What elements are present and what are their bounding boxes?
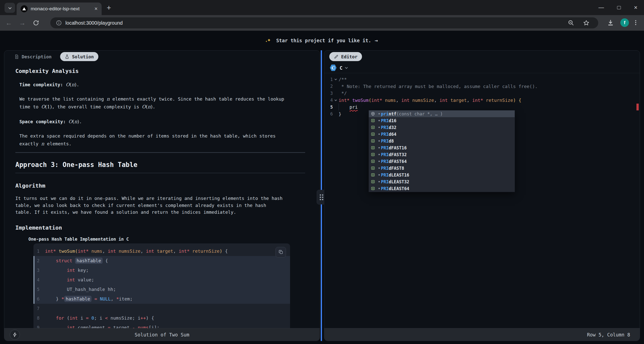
code-text: */: [339, 91, 347, 96]
tab-description[interactable]: Description: [14, 54, 52, 59]
line-number: 9: [33, 325, 45, 328]
reload-icon: [33, 20, 39, 26]
document-icon: [14, 54, 19, 59]
downloads-button[interactable]: [607, 19, 614, 27]
code-text: UT_hash_handle hh;: [45, 287, 116, 292]
avatar-letter: f: [620, 18, 629, 27]
code-text: pri: [339, 104, 358, 110]
section-divider: [15, 152, 305, 153]
auto-include-bullet: •: [378, 132, 380, 137]
symbol-text-icon: [371, 173, 375, 177]
code-line: 4 int value;: [33, 275, 290, 285]
url-text[interactable]: localhost:3000/playground: [65, 20, 568, 26]
code-text: struct hashTable {: [45, 258, 108, 263]
suggestion-label: dLEAST32: [389, 179, 409, 184]
suggestion-item[interactable]: •PRIdFAST16: [369, 144, 515, 151]
back-button[interactable]: ←: [5, 19, 13, 27]
line-number: 4: [324, 98, 333, 103]
maximize-button[interactable]: [617, 6, 621, 9]
address-bar[interactable]: localhost:3000/playground: [50, 17, 598, 28]
tab-close-icon[interactable]: ×: [94, 6, 98, 12]
code-line: 7: [33, 304, 290, 313]
new-tab-button[interactable]: +: [107, 4, 111, 12]
symbol-function-cube-icon: [371, 112, 375, 116]
suggestion-item[interactable]: •PRId8: [369, 138, 515, 144]
code-text: int* twoSum(int* nums, int numsSize, int…: [339, 98, 521, 103]
suggestion-match: PRI: [381, 118, 389, 123]
line-number: 1: [33, 249, 45, 254]
tab-editor[interactable]: Editor: [329, 52, 362, 61]
algorithm-paragraph: It turns out we can do it in one-pass. W…: [15, 195, 283, 216]
suggestion-match: PRI: [381, 166, 389, 171]
minimize-button[interactable]: —: [598, 4, 604, 11]
code-text: int* twoSum(int* nums, int numsSize, int…: [45, 248, 228, 254]
suggestion-item[interactable]: •PRIdFAST64: [369, 158, 515, 165]
language-selector[interactable]: C C: [324, 63, 640, 73]
suggestion-item[interactable]: •PRIdFAST32: [369, 151, 515, 158]
suggestion-item[interactable]: •PRId16: [369, 117, 515, 124]
implementation-heading: Implementation: [15, 224, 320, 231]
suggestion-match: PRI: [381, 125, 389, 130]
complexity-analysis-heading: Complexity Analysis: [15, 68, 320, 75]
suggestion-item[interactable]: •PRIdLEAST64: [369, 185, 515, 192]
kebab-menu-icon: [632, 19, 639, 26]
pencil-icon: [334, 54, 339, 59]
forward-button[interactable]: →: [18, 19, 27, 27]
suggestion-match: pri: [381, 111, 389, 116]
suggestion-item[interactable]: •PRIdLEAST16: [369, 171, 515, 178]
problem-panel-tabs: Description Solution: [4, 51, 320, 63]
tab-solution[interactable]: Solution: [60, 52, 98, 61]
auto-include-bullet: •: [378, 139, 380, 144]
suggestion-item[interactable]: •PRIdLEAST32: [369, 178, 515, 185]
star-project-banner[interactable]: ✦ ✦ Star this project if you like it. →: [0, 31, 644, 50]
language-label: C: [340, 65, 342, 71]
traverse-paragraph: We traverse the list containing n elemen…: [19, 95, 286, 111]
browser-tab[interactable]: monaco-editor-lsp-next ×: [17, 3, 102, 15]
tab-editor-label: Editor: [341, 54, 357, 59]
suggestion-label: dFAST8: [389, 166, 404, 171]
suggestion-match: PRI: [381, 152, 389, 157]
monaco-editor[interactable]: •printf(const char *, … )•PRId16•PRId32•…: [324, 73, 640, 328]
auto-include-bullet: •: [378, 173, 380, 178]
fold-chevron-icon[interactable]: [333, 78, 339, 80]
code-line: 2 * Note: The returned array must be mal…: [324, 83, 640, 90]
profile-avatar[interactable]: f: [620, 18, 629, 27]
code-text: }: [339, 111, 341, 117]
code-caption: One-pass Hash Table Implementation in C: [28, 236, 320, 242]
suggestion-match: PRI: [381, 145, 389, 150]
math-expression: n: [107, 96, 110, 102]
fold-chevron-icon[interactable]: [333, 99, 339, 101]
code-text: int key;: [45, 268, 89, 273]
space-complexity-paragraph: Space complexity: O(n).: [19, 118, 320, 125]
extra-space-paragraph: The extra space required depends on the …: [19, 132, 286, 148]
code-line: 8 for (int i = 0; i < numsSize; i++) {: [33, 313, 290, 323]
tab-search-button[interactable]: [5, 3, 15, 13]
suggestion-label: dLEAST16: [389, 173, 409, 178]
suggestion-item[interactable]: •PRId64: [369, 131, 515, 138]
site-info-icon[interactable]: [56, 20, 62, 26]
copy-code-button[interactable]: [275, 247, 286, 257]
window-close-button[interactable]: ×: [634, 4, 637, 11]
suggestion-item[interactable]: •PRIdFAST8: [369, 165, 515, 171]
browser-titlebar: monaco-editor-lsp-next × + — ×: [0, 0, 644, 15]
download-icon: [607, 19, 614, 26]
suggestion-match: PRI: [381, 179, 389, 184]
bookmark-star-icon[interactable]: [583, 20, 590, 26]
reload-button[interactable]: [32, 19, 40, 27]
suggestion-label: d8: [389, 139, 394, 144]
code-line: 5 UT_hash_handle hh;: [33, 285, 290, 294]
suggestion-item[interactable]: •printf(const char *, … ): [369, 110, 515, 117]
code-line: 2 struct hashTable {: [33, 256, 290, 266]
autocomplete-dropdown: •printf(const char *, … )•PRId16•PRId32•…: [369, 110, 515, 192]
zoom-out-icon[interactable]: [568, 20, 574, 26]
suggestion-item[interactable]: •PRId32: [369, 124, 515, 131]
auto-include-bullet: •: [378, 111, 380, 116]
playground-page: ✦ ✦ Star this project if you like it. → …: [0, 31, 644, 344]
code-line: 1int* twoSum(int* nums, int numsSize, in…: [33, 246, 290, 256]
suggestion-label: d32: [389, 125, 396, 130]
symbol-text-icon: [371, 132, 375, 136]
vercel-favicon-icon: [21, 5, 28, 12]
math-expression: n: [41, 141, 44, 146]
c-language-icon: C: [330, 64, 337, 71]
browser-menu-button[interactable]: [632, 19, 639, 27]
